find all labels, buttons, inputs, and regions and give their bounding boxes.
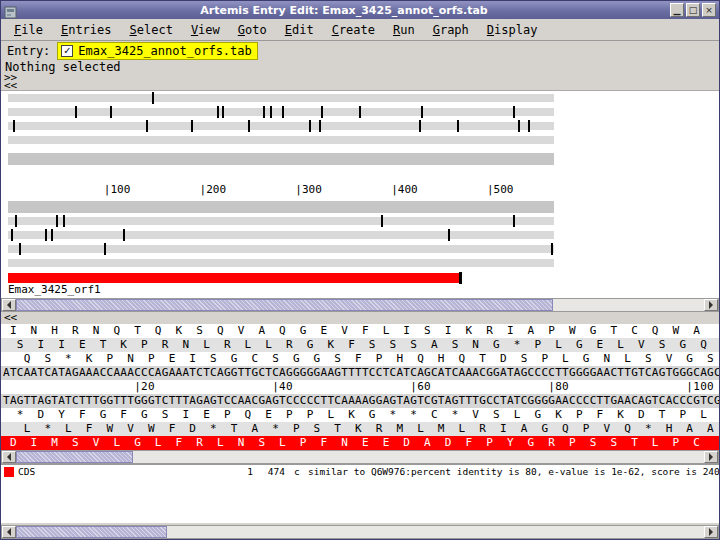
stop-codon-tick	[263, 106, 265, 118]
forward-frame-2-translation[interactable]: S I I E T K P R N L R L L R G K F S S S …	[1, 338, 719, 352]
feature-start: 1	[229, 465, 253, 478]
stop-codon-tick	[191, 120, 193, 132]
scroll-right-arrow-icon[interactable]	[704, 299, 718, 311]
detail-scrollbar-thumb[interactable]	[16, 451, 133, 463]
feature-end: 474	[259, 465, 285, 478]
reverse-sequence-band	[8, 201, 554, 213]
menu-graph[interactable]: Graph	[424, 21, 478, 39]
reverse-strand-line[interactable]	[8, 259, 554, 267]
scroll-right-arrow-icon[interactable]	[704, 526, 718, 538]
stop-codon-tick	[19, 243, 21, 255]
detail-scrollbar-track[interactable]	[16, 451, 704, 463]
menu-entries[interactable]: Entries	[52, 21, 121, 39]
feature-list-scrollbar-track[interactable]	[16, 526, 704, 538]
entry-file-toggle[interactable]: ✓ Emax_3425_annot_orfs.tab	[57, 42, 257, 60]
forward-frame-3-line[interactable]	[8, 122, 554, 130]
close-button[interactable]: ×	[702, 3, 716, 17]
menubar: FileEntriesSelectViewGotoEditCreateRunGr…	[1, 19, 719, 41]
reverse-frame-2-line[interactable]	[8, 231, 554, 239]
entry-file-name: Emax_3425_annot_orfs.tab	[78, 44, 251, 58]
menu-create[interactable]: Create	[323, 21, 384, 39]
stop-codon-tick	[419, 120, 421, 132]
scroll-left-arrow-icon[interactable]	[2, 526, 16, 538]
reverse-dna-sequence[interactable]: TAGTTAGTATCTTTGGTTTGGGTCTTTAGAGTCCAACGAG…	[1, 394, 719, 408]
stop-codon-tick	[381, 215, 383, 227]
titlebar[interactable]: Artemis Entry Edit: Emax_3425_annot_orfs…	[1, 1, 719, 19]
detail-nav-back[interactable]: <<	[1, 312, 719, 324]
feature-note: similar to Q6W976:percent identity is 80…	[308, 465, 719, 478]
stop-codon-tick	[518, 120, 520, 132]
feature-label: Emax_3425_orf1	[8, 284, 554, 296]
overview-ruler-label: |100	[104, 183, 131, 196]
stop-codon-tick	[63, 215, 65, 227]
overview-ruler-label: |400	[391, 183, 418, 196]
detail-scrollbar[interactable]	[1, 450, 719, 464]
overview-ruler-label: |300	[295, 183, 322, 196]
menu-display[interactable]: Display	[478, 21, 547, 39]
overview-nav-forward[interactable]: >>	[4, 74, 719, 82]
reverse-frame-1-translation[interactable]: * D Y F G F G S I E P Q E P P L K G * * …	[1, 408, 719, 422]
stop-codon-tick	[270, 106, 272, 118]
stop-codon-tick	[551, 243, 553, 255]
scroll-left-arrow-icon[interactable]	[2, 299, 16, 311]
stop-codon-tick	[56, 215, 58, 227]
stop-codon-tick	[51, 229, 53, 241]
overview-ruler-label: |500	[487, 183, 514, 196]
overview-scrollbar[interactable]	[1, 298, 719, 312]
feature-list-scrollbar-thumb[interactable]	[16, 526, 167, 538]
overview-nav-back[interactable]: <<	[4, 82, 719, 90]
overview-scrollbar-track[interactable]	[16, 299, 704, 311]
stop-codon-tick	[217, 106, 219, 118]
reverse-frame-2-translation[interactable]: L * L F W V W F D * T A * P S T K R M L …	[1, 422, 719, 436]
scroll-right-arrow-icon[interactable]	[704, 451, 718, 463]
menu-select[interactable]: Select	[121, 21, 182, 39]
stop-codon-tick	[309, 120, 311, 132]
menu-run[interactable]: Run	[384, 21, 424, 39]
forward-strand-line[interactable]	[8, 136, 554, 144]
entry-bar: Entry: ✓ Emax_3425_annot_orfs.tab	[1, 41, 719, 61]
forward-frame-3-translation[interactable]: Q S * K P N P E I S G C S G G S F P H Q …	[1, 352, 719, 366]
stop-codon-tick	[222, 106, 224, 118]
forward-frame-1-translation[interactable]: I N H R N Q T Q K S Q V A Q G E V F L I …	[1, 324, 719, 338]
minimize-button[interactable]: ▁	[670, 3, 684, 17]
forward-frame-2-line[interactable]	[8, 108, 554, 116]
stop-codon-tick	[104, 243, 106, 255]
cds-feature-bar[interactable]	[8, 273, 462, 283]
stop-codon-tick	[448, 229, 450, 241]
feature-list-row[interactable]: CDS 1 474 c similar to Q6W976:percent id…	[1, 465, 719, 479]
feature-end-tick	[459, 272, 462, 284]
stop-codon-tick	[146, 120, 148, 132]
overview-panel[interactable]: |100|200|300|400|500 Emax_3425_orf1	[1, 90, 719, 298]
stop-codon-tick	[319, 120, 321, 132]
detail-panel[interactable]: I N H R N Q T Q K S Q V A Q G E V F L I …	[1, 324, 719, 450]
stop-codon-tick	[15, 215, 17, 227]
bottom-scrollbar-area	[1, 523, 719, 539]
stop-codon-tick	[75, 106, 77, 118]
cds-translation-row[interactable]: D I M S V L G L F R L N S L P F N E E D …	[1, 436, 719, 450]
feature-strand: c	[294, 465, 300, 478]
stop-codon-tick	[13, 120, 15, 132]
overview-nav: >> <<	[1, 74, 719, 90]
stop-codon-tick	[513, 215, 515, 227]
stop-codon-tick	[421, 106, 423, 118]
feature-list-scrollbar[interactable]	[1, 525, 719, 539]
menu-view[interactable]: View	[182, 21, 229, 39]
stop-codon-tick	[152, 92, 154, 104]
stop-codon-tick	[248, 120, 250, 132]
forward-dna-sequence[interactable]: ATCAATCATAGAAACCAAACCCAGAAATCTCAGGTTGCTC…	[1, 366, 719, 380]
feature-row	[8, 273, 554, 283]
stop-codon-tick	[457, 120, 459, 132]
overview-tracks: |100|200|300|400|500 Emax_3425_orf1	[8, 91, 554, 298]
reverse-frame-3-line[interactable]	[8, 245, 554, 253]
menu-file[interactable]: File	[5, 21, 52, 39]
scroll-left-arrow-icon[interactable]	[2, 451, 16, 463]
maximize-button[interactable]: □	[686, 3, 700, 17]
stop-codon-tick	[528, 120, 530, 132]
overview-scrollbar-thumb[interactable]	[16, 299, 553, 311]
stop-codon-tick	[282, 106, 284, 118]
reverse-frame-1-line[interactable]	[8, 217, 554, 225]
menu-edit[interactable]: Edit	[276, 21, 323, 39]
forward-frame-1-line[interactable]	[8, 94, 554, 102]
forward-sequence-band	[8, 153, 554, 165]
menu-goto[interactable]: Goto	[229, 21, 276, 39]
